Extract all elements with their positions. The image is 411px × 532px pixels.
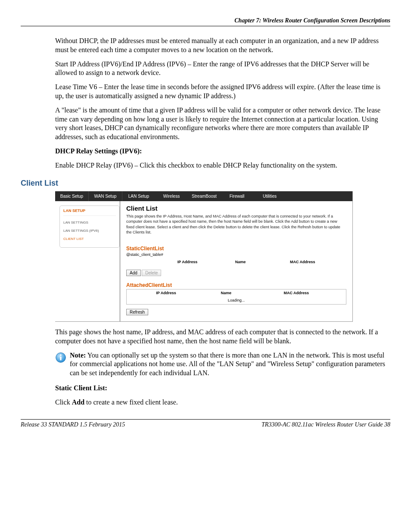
tab-wireless[interactable]: Wireless [155,191,188,201]
note-body: You can optionally set up the system so … [70,352,385,377]
panel-title: Client List [126,205,346,212]
sidebar-item-client-list[interactable]: CLIENT LIST [63,235,116,243]
paragraph: Without DHCP, the IP addresses must be e… [55,37,390,55]
router-screenshot: Basic Setup WAN Setup LAN Setup Wireless… [55,191,353,322]
sidebar-heading: LAN SETUP [63,208,116,216]
tab-basic-setup[interactable]: Basic Setup [55,191,89,201]
tab-lan-setup[interactable]: LAN Setup [122,191,155,201]
paragraph: Start IP Address (IPV6)/End IP Address (… [55,60,390,78]
main-panel: Client List This page shows the IP Addre… [120,201,352,321]
static-client-table-token: @static_client_table# [126,252,346,257]
delete-button[interactable]: Delete [142,270,161,276]
note-label: Note: [70,352,86,359]
body-content: Without DHCP, the IP addresses must be e… [55,37,390,170]
page-footer: Release 33 STANDARD 1.5 February 2015 TR… [21,419,390,428]
footer-right: TR3300-AC 802.11ac Wireless Router User … [262,421,390,428]
col-mac: MAC Address [247,289,346,296]
tab-spacer [286,191,352,201]
add-button[interactable]: Add [126,270,141,276]
attached-client-list-heading: AttachedClientList [126,282,346,288]
tab-bar: Basic Setup WAN Setup LAN Setup Wireless… [55,191,352,201]
sidebar-item-lan-settings[interactable]: LAN SETTINGS [63,218,116,227]
sidebar: LAN SETUP LAN SETTINGS LAN SETTINGS (IPV… [55,201,120,321]
col-name: Name [222,258,259,265]
sidebar-item-lan-settings-ipv6[interactable]: LAN SETTINGS (IPV6) [63,227,116,235]
subheading-dhcp-relay: DHCP Relay Settings (IPV6): [55,147,390,156]
panel-description: This page shows the IP Address, Host Nam… [126,214,346,235]
col-ip: IP Address [153,258,222,265]
static-client-table: IP Address Name MAC Address [126,258,346,265]
footer-left: Release 33 STANDARD 1.5 February 2015 [21,421,125,428]
tab-streamboost[interactable]: StreamBoost [188,191,221,201]
paragraph: Enable DHCP Relay (IPV6) – Click this ch… [55,161,390,170]
refresh-button[interactable]: Refresh [126,309,148,315]
page-header: Chapter 7: Wireless Router Configuration… [21,17,390,26]
col-mac: MAC Address [259,258,346,265]
svg-point-1 [60,354,62,356]
col-ip: IP Address [127,289,206,296]
paragraph: This page shows the host name, IP addres… [55,328,390,346]
svg-rect-2 [60,356,61,360]
note-text: Note: You can optionally set up the syst… [70,351,390,378]
tab-firewall[interactable]: Firewall [221,191,253,201]
paragraph: A "lease" is the amount of time that a g… [55,106,390,142]
subheading-static-client-list: Static Client List: [55,384,390,393]
sidebar-box: LAN SETUP LAN SETTINGS LAN SETTINGS (IPV… [59,205,120,248]
paragraph: Click Add to create a new fixed client l… [55,398,390,407]
note-block: Note: You can optionally set up the syst… [55,351,390,378]
section-heading-client-list: Client List [21,179,390,188]
paragraph: Lease Time V6 – Enter the lease time in … [55,83,390,101]
loading-cell: Loading... [127,296,346,305]
body-content-lower: This page shows the host name, IP addres… [55,328,390,407]
tab-utilities[interactable]: Utilities [253,191,286,201]
chapter-title: Chapter 7: Wireless Router Configuration… [234,17,390,24]
info-icon [55,352,66,363]
static-client-list-heading: StaticClientList [126,246,346,252]
attached-client-table: IP Address Name MAC Address Loading... [126,289,346,305]
tab-wan-setup[interactable]: WAN Setup [89,191,122,201]
col-name: Name [206,289,247,296]
